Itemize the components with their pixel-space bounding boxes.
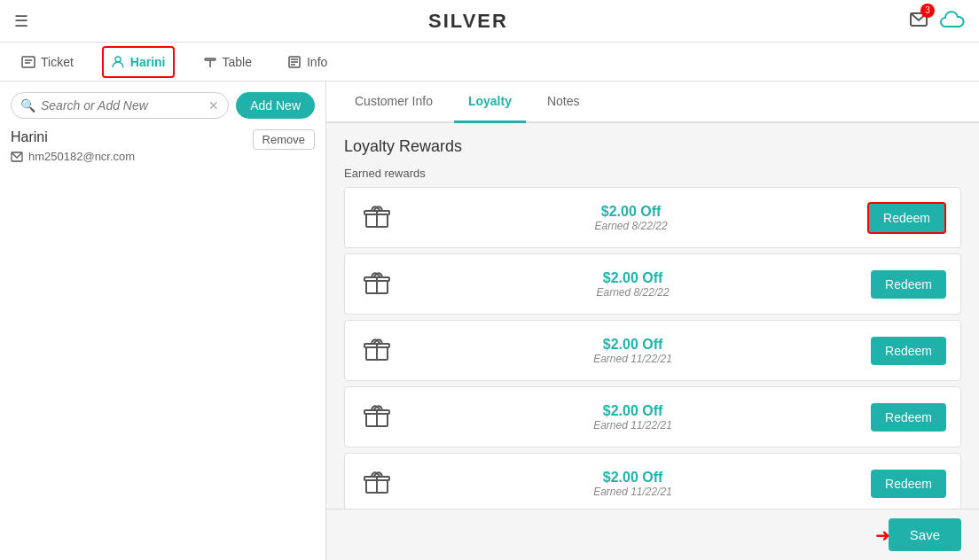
gift-icon-2 [359,331,395,369]
search-icon: 🔍 [20,98,35,113]
rewards-container: $2.00 Off Earned 8/22/22Redeem $2.00 Off… [344,187,961,509]
add-new-button[interactable]: Add New [236,92,315,119]
subnav-info[interactable]: Info [280,46,334,78]
ticket-icon [21,55,35,69]
search-clear-icon[interactable]: ✕ [208,98,219,113]
tab-notes[interactable]: Notes [533,82,594,123]
reward-info-0: $2.00 Off Earned 8/22/22 [409,204,853,232]
gift-icon-4 [359,464,395,502]
save-arrow-icon: ➜ [875,525,890,546]
cloud-icon[interactable] [940,11,965,32]
reward-date-4: Earned 11/22/21 [409,486,857,498]
svg-rect-1 [22,57,35,67]
right-panel: Customer Info Loyalty Notes Loyalty Rewa… [326,82,979,560]
gift-icon-3 [359,398,395,436]
tab-loyalty[interactable]: Loyalty [454,82,526,123]
reward-amount-0: $2.00 Off [409,204,853,220]
reward-amount-2: $2.00 Off [409,337,857,353]
subnav-ticket[interactable]: Ticket [14,46,81,78]
bottom-bar: ➜ Save [326,509,979,560]
reward-amount-1: $2.00 Off [409,270,857,286]
reward-date-3: Earned 11/22/21 [409,419,857,432]
redeem-button-1[interactable]: Redeem [871,270,946,299]
notification-badge: 3 [920,4,935,18]
notification-icon[interactable]: 3 [908,9,929,34]
redeem-button-0[interactable]: Redeem [867,202,946,234]
svg-rect-5 [205,58,215,60]
table-nav-icon [203,55,217,69]
app-title: SILVER [428,10,508,33]
loyalty-title: Loyalty Rewards [344,137,961,156]
reward-date-1: Earned 8/22/22 [409,286,857,299]
redeem-button-2[interactable]: Redeem [871,337,946,365]
reward-row-2: $2.00 Off Earned 11/22/21Redeem [344,320,961,381]
search-bar: 🔍 ✕ Add New [11,92,315,119]
reward-row-3: $2.00 Off Earned 11/22/21Redeem [344,386,961,447]
earned-label: Earned rewards [344,167,961,180]
top-bar-right: 3 [908,9,965,34]
reward-row-4: $2.00 Off Earned 11/22/21Redeem [344,453,961,509]
reward-row-1: $2.00 Off Earned 8/22/22Redeem [344,253,961,315]
email-icon [11,152,23,162]
reward-info-2: $2.00 Off Earned 11/22/21 [409,337,857,365]
top-bar: ☰ SILVER 3 [0,0,979,43]
tab-customer-info[interactable]: Customer Info [341,82,447,123]
reward-amount-4: $2.00 Off [409,470,857,486]
subnav-table[interactable]: Table [196,46,259,78]
customer-email-text: hm250182@ncr.com [28,150,135,163]
redeem-button-4[interactable]: Redeem [871,470,946,498]
search-input-wrap: 🔍 ✕ [11,92,229,119]
loyalty-content: Loyalty Rewards Earned rewards $2.00 Off… [326,123,979,509]
main-layout: 🔍 ✕ Add New Harini Remove hm250182@ncr.c… [0,82,979,560]
reward-date-0: Earned 8/22/22 [409,220,853,232]
subnav-harini[interactable]: Harini [102,46,175,78]
reward-info-4: $2.00 Off Earned 11/22/21 [409,470,857,498]
reward-date-2: Earned 11/22/21 [409,353,857,365]
sub-nav: Ticket Harini Table Info [0,43,979,82]
reward-info-1: $2.00 Off Earned 8/22/22 [409,270,857,299]
reward-info-3: $2.00 Off Earned 11/22/21 [409,403,857,432]
search-input[interactable] [41,98,208,113]
customer-info-section: Harini Remove hm250182@ncr.com [11,129,315,163]
remove-button[interactable]: Remove [253,129,315,150]
left-panel: 🔍 ✕ Add New Harini Remove hm250182@ncr.c… [0,82,326,560]
subnav-table-label: Table [223,55,252,69]
subnav-ticket-label: Ticket [41,55,74,69]
gift-icon-1 [359,265,395,303]
customer-email-row: hm250182@ncr.com [11,150,315,163]
person-icon [111,55,125,69]
right-tabs: Customer Info Loyalty Notes [326,82,979,123]
reward-amount-3: $2.00 Off [409,403,857,419]
save-button[interactable]: Save [889,518,961,551]
redeem-button-3[interactable]: Redeem [871,403,946,432]
subnav-harini-label: Harini [130,55,166,69]
top-bar-left: ☰ [14,12,28,31]
subnav-info-label: Info [307,55,327,69]
svg-point-4 [115,57,121,62]
hamburger-icon[interactable]: ☰ [14,12,28,31]
customer-name: Harini [11,129,48,144]
reward-row-0: $2.00 Off Earned 8/22/22Redeem [344,187,961,248]
gift-icon-0 [359,198,395,237]
info-nav-icon [287,55,302,69]
